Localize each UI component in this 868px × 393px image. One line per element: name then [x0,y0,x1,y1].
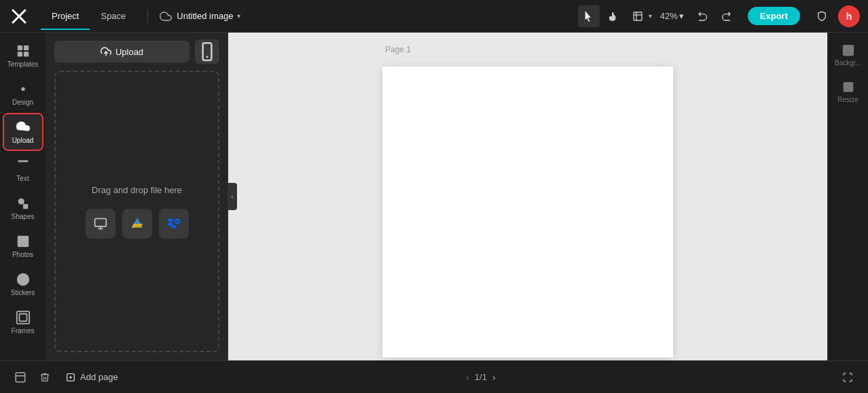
page-indicator: 1/1 [475,372,487,382]
right-panel: Backgr... Resize [827,33,868,360]
filename-caret[interactable]: ▾ [237,12,240,20]
sidebar-label-stickers: Stickers [11,289,35,296]
fullscreen-button[interactable] [838,368,857,387]
sidebar-item-shapes[interactable]: Shapes [4,190,42,226]
source-google-drive-button[interactable] [122,209,152,239]
user-avatar[interactable]: h [838,5,860,27]
svg-rect-2 [634,12,642,20]
delete-icon[interactable] [35,368,54,387]
icon-sidebar: Templates Design Upload Text Shapes Phot… [0,33,46,360]
tab-space[interactable]: Space [90,8,137,24]
mobile-button[interactable] [195,39,219,64]
right-panel-background[interactable]: Backgr... [831,38,865,72]
sidebar-label-frames: Frames [12,327,35,335]
frame-caret[interactable]: ▾ [649,12,652,20]
file-info: Untitled image ▾ [159,10,240,23]
export-button[interactable]: Export [748,7,800,25]
zoom-value: 42% [660,11,678,21]
page-prev-button[interactable]: ‹ [466,372,469,383]
cloud-icon [159,10,173,23]
sidebar-item-text[interactable]: Text [4,152,42,188]
frame-tool[interactable] [627,5,649,27]
svg-rect-29 [845,48,850,53]
canvas-area[interactable]: Page 1 [228,33,827,360]
drag-drop-text: Drag and drop file here [92,185,182,195]
undo-redo-group [692,5,737,27]
svg-point-13 [18,199,24,205]
svg-rect-8 [23,52,28,56]
undo-button[interactable] [692,5,714,27]
svg-rect-31 [16,373,25,382]
svg-point-17 [16,273,29,286]
svg-point-9 [21,87,25,91]
page-thumbnail-icon[interactable] [11,368,30,387]
shield-icon[interactable] [811,5,833,27]
sidebar-label-shapes: Shapes [12,213,35,220]
topbar-right-icons: h [811,5,860,27]
svg-rect-5 [17,46,22,50]
upload-panel: Upload Drag and drop file here [46,33,228,360]
add-page-label: Add page [80,372,118,382]
svg-rect-21 [19,314,26,322]
panel-collapse-handle[interactable]: ‹ [228,183,237,210]
drag-drop-zone[interactable]: Drag and drop file here [54,71,219,352]
redo-button[interactable] [715,5,737,27]
svg-rect-6 [23,46,28,50]
topbar: Project Space Untitled image ▾ [0,0,868,33]
svg-rect-7 [17,52,22,56]
upload-button[interactable]: Upload [54,41,189,63]
canvas-page[interactable] [382,67,673,358]
source-icons [86,209,189,239]
tab-separator [147,10,148,23]
source-dropbox-button[interactable] [159,209,189,239]
bottombar: Add page ‹ 1/1 › [0,360,868,393]
right-panel-background-label: Backgr... [835,59,861,67]
svg-point-16 [20,238,22,240]
sidebar-item-photos[interactable]: Photos [4,228,42,264]
tab-project[interactable]: Project [41,8,90,24]
sidebar-item-design[interactable]: Design [4,76,42,112]
sidebar-label-photos: Photos [12,251,33,258]
add-page-button[interactable]: Add page [60,369,124,386]
sidebar-item-templates[interactable]: Templates [4,38,42,73]
upload-button-label: Upload [115,47,143,57]
sidebar-item-upload[interactable]: Upload [4,114,42,150]
toolbar-tools: ▾ 42% ▾ [578,5,737,27]
sidebar-item-frames[interactable]: Frames [4,305,42,340]
zoom-caret: ▾ [679,11,684,21]
page-label: Page 1 [385,45,411,54]
page-next-button[interactable]: › [492,372,496,383]
hand-tool[interactable] [602,5,624,27]
svg-rect-14 [23,204,28,209]
app-logo[interactable] [8,5,30,27]
sidebar-label-text: Text [16,175,29,182]
main-area: Templates Design Upload Text Shapes Phot… [0,33,868,360]
nav-tabs: Project Space [41,8,137,24]
page-nav: ‹ 1/1 › [466,372,495,383]
sidebar-item-stickers[interactable]: Stickers [4,267,42,302]
svg-rect-30 [844,82,852,91]
sidebar-label-templates: Templates [7,61,39,68]
pointer-tool[interactable] [578,5,600,27]
right-panel-resize-label: Resize [837,96,858,103]
sidebar-label-upload: Upload [12,137,34,144]
panel-header: Upload [46,33,228,71]
right-panel-resize[interactable]: Resize [831,75,865,109]
sidebar-label-design: Design [12,99,33,106]
source-computer-button[interactable] [86,209,115,239]
zoom-control[interactable]: 42% ▾ [655,8,689,24]
svg-rect-25 [94,218,106,226]
filename[interactable]: Untitled image [177,11,233,21]
